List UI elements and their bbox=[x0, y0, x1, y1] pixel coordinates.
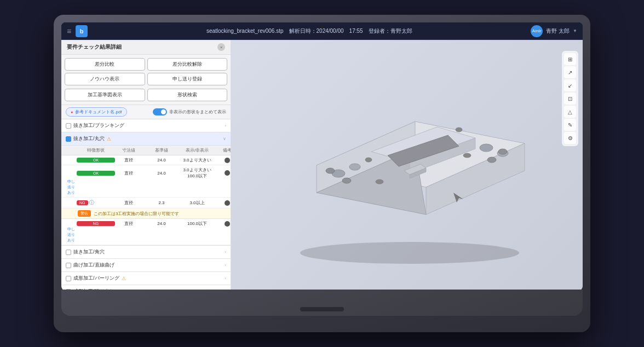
svg-point-0 bbox=[300, 242, 519, 264]
table-row[interactable]: OK 直径 24.0 3.0より大きい 100.0以下 申し送りあり bbox=[61, 165, 231, 198]
warning-icon: ⚠ bbox=[107, 136, 111, 142]
section-square-hole[interactable]: 抜き加工/角穴 › bbox=[61, 246, 231, 259]
svg-point-20 bbox=[376, 180, 383, 184]
checkbox-sq bbox=[66, 250, 71, 255]
cell-note-2: 申し送りあり bbox=[66, 179, 77, 195]
doc-bar: 参考ドキュメント名.pdf 非表示の形状をまとめて表示 bbox=[61, 105, 231, 119]
cell-std-3: 3.0以上 bbox=[181, 200, 214, 206]
col-display: 表示/非表示 bbox=[181, 147, 214, 153]
camera-dot bbox=[320, 25, 324, 28]
section-label-2: 抜き加工/丸穴 ⚠ bbox=[66, 135, 111, 142]
tool-btn-zoom-in[interactable]: ↗ bbox=[564, 66, 576, 78]
toolbar-right: ⊞ ↗ ↙ ⊡ △ ✎ ⚙ bbox=[562, 51, 578, 146]
main-content: 要件チェック結果詳細 × 差分比較 差分比較解除 ノウハウ表示 申し送り登録 加… bbox=[61, 40, 583, 291]
tool-btn-grid[interactable]: ⊞ bbox=[564, 53, 576, 65]
chevron-right-icon-burring: › bbox=[225, 276, 226, 281]
panel-header: 要件チェック結果詳細 × bbox=[61, 40, 231, 55]
chevron-down-icon-2: ∨ bbox=[223, 136, 226, 141]
doc-tag[interactable]: 参考ドキュメント名.pdf bbox=[66, 107, 127, 117]
menu-icon[interactable]: ≡ bbox=[67, 27, 71, 36]
checkbox-burring bbox=[66, 276, 71, 281]
screen-bezel: ≡ b seatlocking_bracket_rev006.stp 解析日時：… bbox=[61, 22, 583, 291]
section-bend[interactable]: 曲げ加工/直線曲げ › bbox=[61, 259, 231, 272]
table-header: 特徴形状 寸法値 基準値 表示/非表示 備考 bbox=[61, 146, 231, 155]
section-label-sq: 抜き加工/角穴 bbox=[66, 248, 105, 256]
cell-std-1: 3.0より大きい bbox=[181, 157, 214, 163]
toggle-label: 非表示の形状をまとめて表示 bbox=[169, 109, 226, 115]
tool-btn-rotate[interactable]: △ bbox=[564, 106, 576, 118]
cell-dot-2 bbox=[225, 170, 230, 176]
section-round-hole[interactable]: 抜き加工/丸穴 ⚠ ∨ bbox=[61, 132, 231, 146]
btn-knowhow[interactable]: ノウハウ表示 bbox=[65, 73, 145, 85]
warning-icon-burring: ⚠ bbox=[122, 276, 126, 281]
sub-table: 特徴形状 寸法値 基準値 表示/非表示 備考 OK 直径 bbox=[61, 146, 231, 246]
cell-note-4: 申し送りあり bbox=[66, 227, 77, 243]
section-burring[interactable]: 成形加工/バーリング ⚠ › bbox=[61, 272, 231, 285]
avatar: AmIr bbox=[531, 25, 543, 37]
svg-point-13 bbox=[342, 178, 351, 183]
screen: ≡ b seatlocking_bracket_rev006.stp 解析日時：… bbox=[61, 22, 583, 291]
tool-btn-fit[interactable]: ⊡ bbox=[564, 92, 576, 105]
cell-value-3: 2.3 bbox=[142, 200, 181, 205]
warning-text: この加工は3工程実施の場合に限り可能です bbox=[94, 211, 179, 217]
section-blanking[interactable]: 抜き加工/ブランキング › bbox=[61, 119, 231, 132]
tool-btn-zoom-out[interactable]: ↙ bbox=[564, 79, 576, 91]
filename-label: seatlocking_bracket_rev006.stp 解析日時：2024… bbox=[92, 27, 526, 35]
checkbox-bend bbox=[66, 263, 71, 268]
toggle-container: 非表示の形状をまとめて表示 bbox=[153, 108, 226, 115]
section-label-bend: 曲げ加工/直線曲げ bbox=[66, 262, 114, 269]
toggle-switch[interactable] bbox=[153, 108, 167, 115]
cell-shape-2: 直径 bbox=[115, 170, 142, 176]
col-standard: 基準値 bbox=[142, 147, 181, 153]
svg-point-18 bbox=[365, 158, 372, 162]
panel-title: 要件チェック結果詳細 bbox=[67, 43, 122, 51]
btn-diff-compare[interactable]: 差分比較 bbox=[65, 58, 145, 71]
chevron-right-icon: › bbox=[225, 123, 226, 128]
section-label-burring: 成形加工/バーリング ⚠ bbox=[66, 275, 126, 282]
svg-point-14 bbox=[487, 157, 496, 163]
col-note: 備考 bbox=[214, 147, 231, 153]
close-button[interactable]: × bbox=[217, 43, 225, 51]
cell-value-4: 24.0 bbox=[142, 221, 181, 226]
checkbox-blanking bbox=[66, 123, 71, 129]
status-ok-1: OK bbox=[77, 158, 115, 163]
laptop-base bbox=[61, 290, 583, 316]
right-panel: ⊞ ↗ ↙ ⊡ △ ✎ ⚙ bbox=[231, 40, 583, 291]
tool-btn-settings[interactable]: ⚙ bbox=[564, 132, 576, 144]
status-ng-2: NG bbox=[77, 221, 115, 226]
svg-point-12 bbox=[498, 149, 507, 154]
table-row[interactable]: NG ⓘ 直径 2.3 3.0以上 bbox=[61, 198, 231, 209]
tool-btn-measure[interactable]: ✎ bbox=[564, 119, 576, 131]
table-row[interactable]: OK 直径 24.0 3.0より大きい bbox=[61, 155, 231, 165]
cell-std-4: 100.0以下 bbox=[181, 221, 214, 227]
3d-part-svg bbox=[273, 67, 547, 275]
btn-submit[interactable]: 申し送り登録 bbox=[147, 73, 228, 85]
btn-diff-cancel[interactable]: 差分比較解除 bbox=[147, 58, 228, 71]
col-shape: 特徴形状 bbox=[77, 147, 115, 153]
chevron-right-icon-bend: › bbox=[225, 263, 226, 268]
chevron-down-icon: ▼ bbox=[573, 28, 577, 33]
chevron-right-icon-sq: › bbox=[225, 250, 226, 255]
user-name: 青野 太郎 bbox=[546, 27, 570, 35]
cell-dot-3 bbox=[225, 200, 230, 206]
checkbox-round-hole bbox=[66, 136, 71, 142]
table-row[interactable]: NG 直径 24.0 100.0以下 申し送りあり bbox=[61, 219, 231, 245]
svg-point-19 bbox=[456, 128, 462, 132]
btn-shape-search[interactable]: 形状検索 bbox=[147, 89, 228, 101]
svg-point-21 bbox=[463, 153, 471, 158]
cell-shape-3: 直径 bbox=[115, 200, 142, 206]
cell-shape-1: 直径 bbox=[115, 157, 142, 163]
cell-dot-4 bbox=[225, 221, 230, 227]
btn-base-drawing[interactable]: 加工基準図表示 bbox=[65, 89, 145, 101]
col-check bbox=[66, 147, 77, 153]
svg-point-9 bbox=[480, 144, 493, 152]
section-label: 抜き加工/ブランキング bbox=[66, 122, 124, 129]
warning-badge: 警告 bbox=[78, 210, 91, 217]
user-info[interactable]: AmIr 青野 太郎 ▼ bbox=[531, 25, 577, 37]
warning-row: 警告 この加工は3工程実施の場合に限り可能です bbox=[61, 209, 231, 219]
cell-shape-4: 直径 bbox=[115, 221, 142, 227]
col-value: 寸法値 bbox=[115, 147, 142, 153]
info-icon: ⓘ bbox=[89, 199, 94, 206]
status-ok-2: OK bbox=[77, 171, 115, 176]
logo: b bbox=[76, 25, 88, 37]
